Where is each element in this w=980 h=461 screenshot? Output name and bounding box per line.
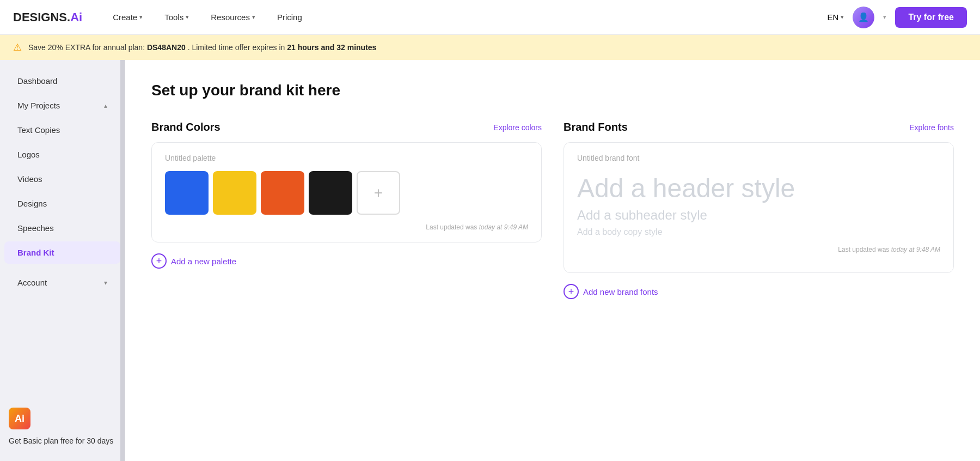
nav-create[interactable]: Create ▾ [104,8,151,26]
sidebar-brand-icon: Ai [9,408,30,429]
chevron-down-icon: ▾ [186,14,189,21]
sidebar-bottom: Ai Get Basic plan free for 30 days [0,399,125,456]
palette-last-updated: Last updated was today at 9:49 AM [165,223,528,231]
font-body-placeholder[interactable]: Add a body copy style [577,227,940,237]
brand-grid: Brand Colors Explore colors Untitled pal… [151,121,954,299]
avatar: 👤 [853,7,874,28]
chevron-down-icon: ▾ [139,14,143,21]
banner-text: Save 20% EXTRA for annual plan: DS48AN20… [28,43,376,52]
avatar-chevron-icon: ▾ [883,14,886,21]
sidebar-resize-handle[interactable] [120,60,125,461]
language-selector[interactable]: EN ▾ [828,13,844,22]
font-last-updated: Last updated was today at 9:48 AM [577,246,940,253]
main-content: Set up your brand kit here Brand Colors … [125,60,980,461]
chevron-down-icon: ▾ [841,14,844,21]
banner-time: 21 hours and 32 minutes [287,43,376,52]
add-palette-icon: + [151,253,167,269]
sidebar-item-logos[interactable]: Logos [4,143,120,166]
font-set-name: Untitled brand font [577,154,940,162]
nav-resources[interactable]: Resources ▾ [202,8,264,26]
font-subheader-placeholder[interactable]: Add a subheader style [577,208,940,223]
color-swatch-black[interactable] [309,171,352,215]
try-free-button[interactable]: Try for free [895,7,967,28]
main-layout: Dashboard My Projects ▴ Text Copies Logo… [0,60,980,461]
color-swatch-yellow[interactable] [213,171,256,215]
logo-text: DESIGNS. [13,10,70,25]
add-fonts-button[interactable]: + Add new brand fonts [564,284,954,299]
color-swatches: + [165,171,528,215]
add-fonts-icon: + [564,284,579,299]
nav-pricing[interactable]: Pricing [268,8,311,26]
sidebar-item-speeches[interactable]: Speeches [4,217,120,239]
promo-banner: ⚠ Save 20% EXTRA for annual plan: DS48AN… [0,35,980,60]
brand-fonts-header: Brand Fonts Explore fonts [564,121,954,134]
brand-colors-header: Brand Colors Explore colors [151,121,542,134]
font-header-placeholder[interactable]: Add a header style [577,173,940,203]
brand-colors-section: Brand Colors Explore colors Untitled pal… [151,121,542,299]
logo[interactable]: DESIGNS.Ai [13,10,82,25]
chevron-down-icon: ▾ [104,279,107,287]
sidebar-item-brand-kit[interactable]: Brand Kit [4,241,120,264]
top-navigation: DESIGNS.Ai Create ▾ Tools ▾ Resources ▾ … [0,0,980,35]
sidebar-promo-text: Get Basic plan free for 30 days [9,436,116,447]
user-avatar-button[interactable]: 👤 [853,7,874,28]
brand-fonts-section: Brand Fonts Explore fonts Untitled brand… [564,121,954,299]
sidebar-item-dashboard[interactable]: Dashboard [4,70,120,92]
brand-colors-title: Brand Colors [151,121,220,134]
chevron-up-icon: ▴ [104,102,107,110]
warning-icon: ⚠ [13,41,22,53]
palette-card: Untitled palette + Last updated was toda… [151,142,542,242]
sidebar-item-my-projects[interactable]: My Projects ▴ [4,94,120,117]
color-swatch-blue[interactable] [165,171,209,215]
promo-code: DS48AN20 [147,43,186,52]
explore-colors-link[interactable]: Explore colors [493,123,542,132]
sidebar-item-account[interactable]: Account ▾ [4,271,120,294]
sidebar: Dashboard My Projects ▴ Text Copies Logo… [0,60,125,461]
logo-ai: Ai [70,10,82,25]
page-title: Set up your brand kit here [151,82,954,99]
add-palette-button[interactable]: + Add a new palette [151,253,542,269]
add-color-button[interactable]: + [357,171,400,215]
font-card: Untitled brand font Add a header style A… [564,142,954,273]
nav-right: EN ▾ 👤 ▾ Try for free [828,7,967,28]
explore-fonts-link[interactable]: Explore fonts [909,123,954,132]
nav-items: Create ▾ Tools ▾ Resources ▾ Pricing [104,8,827,26]
sidebar-item-videos[interactable]: Videos [4,168,120,190]
sidebar-item-text-copies[interactable]: Text Copies [4,119,120,141]
sidebar-item-designs[interactable]: Designs [4,192,120,215]
nav-tools[interactable]: Tools ▾ [156,8,198,26]
palette-name: Untitled palette [165,154,528,162]
chevron-down-icon: ▾ [252,14,255,21]
brand-fonts-title: Brand Fonts [564,121,628,134]
color-swatch-orange[interactable] [261,171,304,215]
